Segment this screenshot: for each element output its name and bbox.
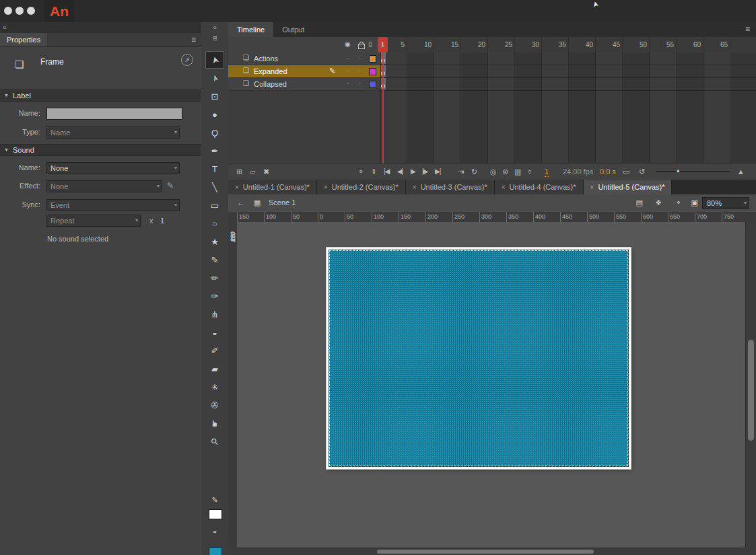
panel-tab[interactable]: Output — [273, 22, 313, 37]
pen-tool[interactable]: ✒ — [205, 142, 224, 159]
camera-tool[interactable]: ✇ — [205, 396, 224, 414]
sound-sync-select[interactable]: Event ▾ — [46, 199, 180, 211]
loop-playback-button[interactable]: ⇥ — [458, 167, 464, 176]
new-folder-button[interactable]: ▱ — [250, 167, 255, 176]
center-frame-button[interactable]: ⌖ — [359, 167, 363, 176]
document-tab[interactable]: × Untitled-3 (Canvas)* — [406, 180, 495, 194]
sound-effect-select[interactable]: None ▾ — [46, 180, 162, 192]
reset-timeline-zoom-button[interactable]: ↺ — [639, 167, 645, 176]
minimize-window-button[interactable] — [15, 7, 24, 15]
Expanded[interactable]: ✎ ❏ Expanded · · — [228, 65, 380, 78]
classic-brush-tool[interactable]: ✏ — [205, 269, 224, 287]
label-type-select[interactable]: Name ▾ — [46, 126, 180, 139]
timeline-zoom-max-icon[interactable]: ▲ — [737, 167, 745, 176]
layer-visibility-dot[interactable]: · — [347, 54, 349, 62]
Collapsed[interactable]: ✎ ❏ Collapsed · · — [228, 78, 380, 91]
play-button[interactable]: ▶ — [411, 167, 415, 176]
lasso-tool[interactable]: Ϙ — [205, 124, 224, 141]
Collapsed[interactable] — [380, 78, 756, 91]
close-icon[interactable]: × — [413, 184, 417, 191]
sound-repeat-select[interactable]: Repeat ▾ — [46, 215, 141, 227]
onion-skin-outlines-button[interactable]: ⊚ — [502, 167, 508, 176]
back-arrow-icon[interactable]: ← — [237, 198, 244, 207]
selected-rectangle-shape[interactable] — [329, 250, 629, 467]
text-tool[interactable]: T — [205, 160, 224, 178]
scene-name[interactable]: Scene 1 — [269, 198, 296, 207]
gradient-transform-tool[interactable]: ● — [205, 106, 224, 123]
lock-icon[interactable] — [358, 44, 365, 49]
new-layer-button[interactable]: ⊞ — [236, 167, 242, 176]
rectangle-tool[interactable]: ▭ — [205, 196, 224, 214]
panel-menu-icon[interactable]: ≡ — [191, 35, 196, 44]
Actions[interactable] — [380, 52, 756, 65]
outline-icon[interactable]: ▯ — [368, 40, 372, 48]
free-transform-tool[interactable]: ⊡ — [205, 87, 224, 105]
layer-lock-dot[interactable]: · — [359, 67, 362, 75]
layer-visibility-dot[interactable]: · — [347, 67, 349, 75]
close-icon[interactable]: × — [590, 184, 594, 191]
slider-thumb[interactable]: ▴ — [677, 167, 680, 174]
eye-icon[interactable]: ◉ — [345, 40, 351, 48]
layer-visibility-dot[interactable]: · — [347, 79, 349, 87]
selection-tool[interactable]: ➤ — [205, 51, 224, 69]
asset-warp-tool[interactable]: ✳ — [205, 378, 224, 396]
document-tab[interactable]: × Untitled-4 (Canvas)* — [495, 180, 584, 194]
vertical-scrollbar-thumb[interactable] — [748, 340, 754, 441]
document-tab[interactable]: × Untitled-2 (Canvas)* — [317, 180, 406, 194]
edit-scene-button[interactable]: ▤ — [636, 198, 643, 207]
subselection-tool[interactable]: ➢ — [205, 69, 224, 87]
document-tab[interactable]: × Untitled-1 (Canvas)* — [228, 180, 317, 194]
tab-properties[interactable]: Properties — [0, 33, 47, 46]
timeline-menu-icon[interactable]: ≡ — [745, 24, 750, 34]
layer-color-swatch[interactable] — [369, 68, 376, 75]
edit-multiple-frames-button[interactable]: ▥ — [514, 167, 521, 176]
sound-name-select[interactable]: None ▾ — [46, 162, 180, 174]
horizontal-scrollbar[interactable] — [237, 548, 746, 555]
layer-lock-dot[interactable]: · — [359, 54, 362, 62]
collapse-tools-icon[interactable]: « — [201, 24, 228, 31]
frame-rate-value[interactable]: 24.00 fps — [563, 167, 593, 176]
hand-tool[interactable]: ☛ — [205, 414, 224, 432]
loop-button[interactable]: ↻ — [471, 167, 477, 176]
current-frame-value[interactable]: 1 — [545, 167, 549, 177]
label-section-header[interactable]: ▼ Label — [0, 89, 201, 102]
close-window-button[interactable] — [4, 7, 12, 15]
stage[interactable] — [327, 248, 631, 469]
eyedropper-tool[interactable]: ✐ — [205, 342, 224, 359]
layer-color-swatch[interactable] — [369, 81, 376, 88]
loop-range-marker-button[interactable]: ‖ — [372, 167, 376, 176]
modify-markers-button[interactable]: ▿ — [528, 167, 532, 176]
tools-menu-icon[interactable]: ≡ — [201, 34, 228, 43]
stroke-color-swatch[interactable] — [209, 509, 222, 519]
paint-brush-tool[interactable]: ✑ — [205, 287, 224, 305]
frame-label-name-input[interactable] — [46, 108, 182, 120]
repeat-count-value[interactable]: 1 — [160, 217, 164, 225]
zoom-tool[interactable]: ⚲ — [205, 433, 224, 450]
close-icon[interactable]: × — [324, 184, 328, 191]
layer-lock-dot[interactable]: · — [359, 79, 362, 87]
go-to-first-frame-button[interactable]: |◀ — [384, 167, 389, 176]
zoom-window-button[interactable] — [27, 7, 35, 15]
fill-color-swatch[interactable] — [209, 547, 222, 555]
vertical-scrollbar[interactable] — [745, 222, 756, 548]
stage-zoom-select[interactable]: 80% ▾ — [702, 197, 749, 209]
panel-tab[interactable]: Timeline — [228, 22, 273, 37]
pasteboard[interactable] — [237, 222, 746, 548]
pencil-tool[interactable]: ✎ — [205, 251, 224, 268]
oval-tool[interactable]: ○ — [205, 215, 224, 232]
close-icon[interactable]: × — [235, 184, 239, 191]
frame-number-ruler[interactable]: 5101520253035404550556065 — [380, 37, 756, 53]
delete-layer-button[interactable]: ✖ — [263, 167, 269, 176]
center-stage-button[interactable]: ⌖ — [677, 198, 681, 207]
edit-symbols-button[interactable]: ❖ — [655, 198, 662, 207]
bone-tool[interactable]: ⋔ — [205, 305, 224, 323]
playhead[interactable]: 1 — [378, 37, 388, 52]
document-tab[interactable]: × Untitled-5 (Canvas)* — [584, 180, 673, 194]
help-circle-button[interactable]: ↗ — [181, 54, 193, 66]
edit-effect-pencil-icon[interactable]: ✎ — [167, 181, 174, 190]
eraser-tool[interactable]: ▰ — [205, 360, 224, 377]
collapse-panel-icon[interactable]: « — [3, 24, 7, 31]
line-tool[interactable]: ╲ — [205, 178, 224, 196]
step-forward-button[interactable]: |▶ — [422, 167, 427, 176]
go-to-last-frame-button[interactable]: ▶| — [435, 167, 440, 176]
